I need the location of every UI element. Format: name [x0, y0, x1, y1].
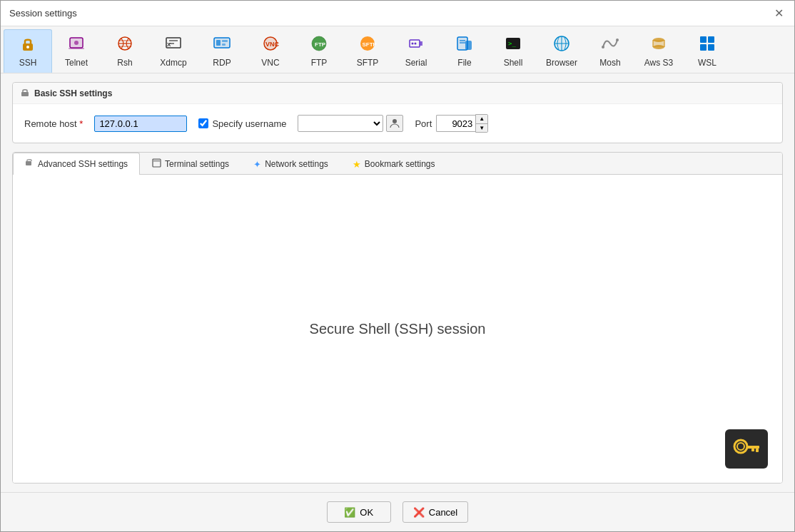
svg-text:FTP: FTP — [315, 41, 326, 48]
username-dropdown-group — [298, 115, 403, 132]
protocol-tab-vnc[interactable]: VNC VNC — [246, 29, 295, 73]
required-asterisk: * — [79, 118, 83, 129]
specify-username-label[interactable]: Specify username — [198, 118, 286, 129]
sftp-icon: SFTP — [358, 34, 377, 56]
protocol-tab-telnet[interactable]: Telnet — [52, 29, 101, 73]
rdp-icon — [213, 34, 231, 56]
protocol-tab-shell[interactable]: >_ Shell — [489, 29, 537, 73]
awss3-label: Aws S3 — [644, 58, 673, 68]
svg-point-1 — [26, 46, 29, 48]
svg-rect-17 — [222, 40, 228, 42]
svg-rect-16 — [216, 40, 221, 46]
tab-terminal-label: Terminal settings — [165, 159, 229, 169]
tab-content-area: Secure Shell (SSH) session — [13, 175, 782, 483]
protocol-tab-serial[interactable]: Serial — [392, 29, 440, 73]
telnet-icon — [67, 34, 86, 56]
svg-point-4 — [74, 41, 79, 45]
tab-terminal[interactable]: Terminal settings — [140, 153, 241, 175]
tab-network[interactable]: ✦ Network settings — [241, 153, 340, 175]
svg-text:>_: >_ — [508, 40, 516, 47]
ssh-label: SSH — [19, 58, 37, 68]
ftp-label: FTP — [311, 58, 328, 68]
svg-point-45 — [616, 39, 619, 41]
ssh-icon — [19, 35, 37, 56]
main-content: Basic SSH settings Remote host * Specify… — [1, 73, 794, 492]
mosh-label: Mosh — [599, 58, 620, 68]
wsl-label: WSL — [698, 58, 716, 68]
svg-rect-57 — [26, 161, 31, 165]
ok-label: OK — [360, 507, 373, 518]
ftp-icon: FTP — [310, 34, 328, 56]
cancel-label: Cancel — [429, 507, 457, 518]
port-input[interactable] — [436, 115, 475, 132]
svg-rect-64 — [751, 449, 754, 451]
ok-icon: ✅ — [344, 507, 355, 518]
xdmcp-icon: X — [164, 34, 183, 56]
svg-point-31 — [412, 43, 414, 45]
mosh-icon — [601, 34, 619, 56]
footer: ✅ OK ❌ Cancel — [1, 492, 794, 531]
protocol-tab-rsh[interactable]: Rsh — [101, 29, 149, 73]
svg-text:SFTP: SFTP — [363, 41, 378, 48]
sftp-label: SFTP — [357, 58, 379, 68]
tab-advanced-icon — [25, 158, 34, 170]
protocol-tab-ftp[interactable]: FTP FTP — [295, 29, 343, 73]
protocol-tab-awss3[interactable]: Aws S3 — [634, 29, 683, 73]
protocol-tab-mosh[interactable]: Mosh — [586, 29, 634, 73]
protocol-tab-ssh[interactable]: SSH — [4, 29, 52, 73]
protocol-tab-file[interactable]: File — [440, 29, 489, 73]
port-increment-button[interactable]: ▲ — [476, 115, 487, 123]
basic-ssh-settings-group: Basic SSH settings Remote host * Specify… — [12, 82, 783, 143]
port-field-group: Port ▲ ▼ — [415, 114, 488, 133]
tab-advanced-ssh[interactable]: Advanced SSH settings — [13, 153, 140, 175]
tab-network-icon: ✦ — [253, 159, 261, 170]
tab-bookmark[interactable]: ★ Bookmark settings — [340, 153, 447, 175]
bottom-section: Advanced SSH settings Terminal settings … — [12, 152, 783, 484]
svg-rect-63 — [756, 449, 759, 452]
specify-username-checkbox[interactable] — [198, 118, 208, 128]
protocol-tab-xdmcp[interactable]: X Xdmcp — [149, 29, 198, 73]
basic-ssh-settings-body: Remote host * Specify username — [13, 104, 782, 143]
shell-label: Shell — [504, 58, 523, 68]
session-settings-window: Session settings ✕ SSH — [0, 0, 795, 532]
tab-advanced-label: Advanced SSH settings — [38, 159, 128, 169]
basic-ssh-header-icon — [20, 87, 30, 99]
shell-icon: >_ — [504, 34, 522, 56]
serial-label: Serial — [405, 58, 427, 68]
port-label: Port — [415, 118, 432, 129]
wsl-icon — [698, 34, 716, 56]
session-description: Secure Shell (SSH) session — [310, 321, 486, 337]
svg-point-48 — [653, 45, 664, 49]
protocol-tab-rdp[interactable]: RDP — [198, 29, 246, 73]
file-icon — [455, 34, 474, 56]
browser-label: Browser — [546, 58, 577, 68]
window-title: Session settings — [9, 8, 77, 19]
cancel-icon: ❌ — [413, 507, 425, 518]
protocol-tab-wsl[interactable]: WSL — [683, 29, 731, 73]
close-button[interactable]: ✕ — [771, 6, 786, 21]
basic-ssh-settings-header: Basic SSH settings — [13, 83, 782, 104]
username-select[interactable] — [298, 115, 383, 132]
remote-host-input[interactable] — [94, 116, 187, 132]
svg-rect-62 — [746, 446, 759, 449]
specify-username-text: Specify username — [212, 118, 286, 129]
svg-rect-51 — [700, 36, 707, 43]
tab-bookmark-label: Bookmark settings — [365, 159, 435, 169]
protocol-tab-browser[interactable]: Browser — [537, 29, 586, 73]
ok-button[interactable]: ✅ OK — [327, 501, 391, 523]
svg-point-61 — [737, 443, 744, 450]
tab-terminal-icon — [152, 158, 161, 170]
svg-text:X: X — [167, 41, 171, 48]
ssh-key-icon-box — [725, 429, 768, 469]
telnet-label: Telnet — [65, 58, 88, 68]
rsh-label: Rsh — [117, 58, 132, 68]
user-manager-button[interactable] — [386, 115, 403, 132]
cancel-button[interactable]: ❌ Cancel — [402, 501, 468, 523]
settings-tab-bar: Advanced SSH settings Terminal settings … — [13, 153, 782, 175]
rdp-label: RDP — [213, 58, 231, 68]
port-decrement-button[interactable]: ▼ — [476, 123, 487, 132]
protocol-tab-sftp[interactable]: SFTP SFTP — [343, 29, 392, 73]
tab-bookmark-icon: ★ — [353, 159, 361, 170]
svg-rect-18 — [222, 44, 226, 46]
svg-rect-54 — [708, 44, 714, 51]
